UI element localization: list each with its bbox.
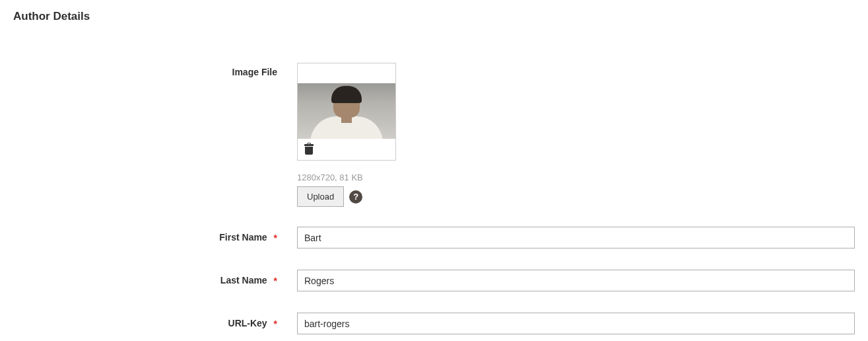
required-mark: * [274,276,277,286]
form-row-first-name: First Name * [13,227,855,248]
upload-row: Upload ? [297,186,855,207]
trash-icon[interactable] [304,144,314,155]
last-name-label: Last Name * [13,275,297,286]
image-preview[interactable] [298,83,395,139]
last-name-field-wrap [297,270,855,291]
image-delete-row [298,139,395,160]
url-key-label-text: URL-Key [228,318,267,328]
last-name-input[interactable] [297,270,855,291]
url-key-field-wrap [297,313,855,334]
section-title: Author Details [13,10,855,23]
first-name-field-wrap [297,227,855,248]
required-mark: * [274,233,277,243]
form-row-url-key: URL-Key * [13,313,855,334]
required-mark: * [274,319,277,329]
image-preview-box [297,63,396,161]
first-name-input[interactable] [297,227,855,248]
url-key-input[interactable] [297,313,855,334]
upload-button[interactable]: Upload [297,186,344,207]
image-meta: 1280x720, 81 KB [297,172,855,182]
form-row-last-name: Last Name * [13,270,855,291]
url-key-label: URL-Key * [13,318,297,329]
image-file-label: Image File [13,63,297,77]
first-name-label: First Name * [13,232,297,243]
first-name-label-text: First Name [219,232,267,243]
form-row-image: Image File 1280x720, 81 KB Upload ? [13,63,855,207]
image-file-field: 1280x720, 81 KB Upload ? [297,63,855,207]
image-preview-spacer [298,63,395,83]
last-name-label-text: Last Name [220,275,267,285]
help-icon[interactable]: ? [349,190,362,204]
